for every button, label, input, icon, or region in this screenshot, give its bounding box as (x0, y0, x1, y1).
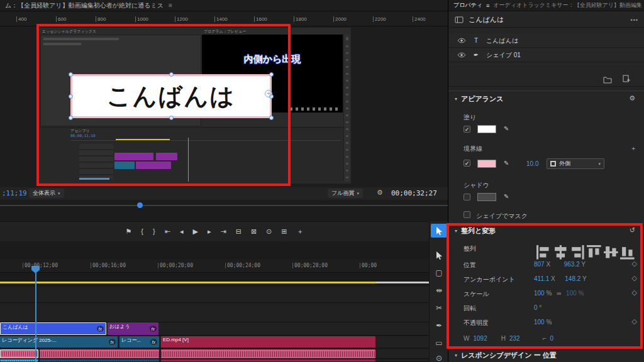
track-a2[interactable] (0, 349, 429, 359)
stroke-width-value[interactable]: 10.0 (526, 160, 538, 167)
tab-audio-track-mixer[interactable]: オーディオトラックミキサー：【全員経験アリ】動画編集 (493, 1, 642, 9)
step-back-button[interactable]: ◂ (180, 228, 184, 235)
lift-button[interactable]: ⊟ (236, 228, 242, 235)
height-value[interactable]: 232 (509, 335, 520, 342)
layer-row-shape[interactable]: ✒ シェイプ 01 (448, 48, 644, 62)
position-x-value[interactable]: 807 (534, 261, 545, 268)
stroke-checkbox[interactable]: ✓ (464, 160, 470, 167)
track-v1[interactable]: こんばんは fx おはよう fx (0, 322, 429, 336)
go-to-out-button[interactable]: ⇥ (220, 228, 226, 235)
align-bottom-icon[interactable] (619, 244, 636, 261)
zoom-level-select[interactable]: 全体表示 ▾ (29, 189, 64, 198)
align-right-icon[interactable] (569, 244, 586, 261)
monitor-scrollbar-track[interactable] (0, 205, 448, 206)
tab-properties[interactable]: プロパティ (453, 1, 482, 9)
export-frame-button[interactable]: ⊙ (266, 228, 272, 235)
timeline-clip-recording2[interactable]: レコー... fx (119, 336, 159, 348)
anchor-x-value[interactable]: 411.1 (534, 275, 549, 282)
more-options-icon[interactable]: ••• (631, 17, 638, 23)
go-to-in-button[interactable]: ⇤ (165, 228, 170, 235)
playback-quality-select[interactable]: フル画質 ▾ (328, 189, 363, 198)
timeline-clip-konbanwa[interactable]: こんばんは fx (0, 322, 106, 335)
align-vertical-center-icon[interactable] (602, 244, 619, 261)
align-top-icon[interactable] (586, 244, 602, 261)
program-monitor-textbox[interactable]: こんばんは + (70, 74, 272, 118)
position-y-value[interactable]: 963.2 (564, 261, 580, 268)
marquee-tool[interactable]: ▢ (431, 265, 447, 280)
keyframe-toggle-icon[interactable]: ◇ (632, 289, 637, 296)
eye-icon[interactable] (457, 38, 466, 43)
track-a3[interactable] (0, 359, 429, 362)
add-marker-button[interactable]: ⚑ (125, 228, 131, 235)
anchor-y-value[interactable]: 148.2 (565, 275, 580, 282)
rectangle-tool[interactable]: ▭ (431, 336, 447, 351)
pen-tool[interactable]: ✒ (431, 318, 447, 333)
stroke-style-select[interactable]: 外側 ▾ (547, 158, 604, 169)
track-v2[interactable] (0, 303, 429, 322)
selection-handle[interactable] (269, 72, 274, 77)
audio-clip-partial[interactable] (0, 359, 38, 361)
fill-eyedropper-icon[interactable]: ✎ (504, 126, 509, 132)
selection-handle[interactable] (69, 94, 73, 99)
selection-tool[interactable] (431, 224, 447, 238)
shadow-eyedropper-icon[interactable]: ✎ (504, 194, 509, 200)
audio-clip-partial[interactable] (161, 359, 375, 361)
timeline-clip-ohayou[interactable]: おはよう fx (108, 322, 158, 335)
appearance-section-header[interactable]: ▾ アピアランス (455, 94, 504, 104)
link-icon[interactable]: ∞ (557, 290, 561, 297)
fill-checkbox[interactable]: ✓ (464, 126, 470, 133)
audio-clip[interactable] (40, 349, 159, 358)
folder-icon[interactable] (603, 75, 612, 84)
stroke-color-swatch[interactable] (477, 160, 496, 168)
add-stroke-icon[interactable]: ＋ (630, 145, 636, 151)
track-select-forward-tool[interactable] (431, 248, 447, 263)
selection-handle[interactable] (69, 72, 73, 77)
scale-y-value[interactable]: 100 (566, 290, 577, 297)
monitor-settings-wrench-icon[interactable]: ⚙ (377, 189, 383, 196)
track-v3[interactable] (0, 287, 429, 303)
opacity-value[interactable]: 100 (534, 319, 545, 326)
button-editor-button[interactable]: ＋ (297, 228, 304, 235)
corner-radius-value[interactable]: 0 (550, 335, 553, 342)
comparison-view-button[interactable]: ⊞ (281, 228, 287, 235)
playhead-line[interactable] (35, 273, 36, 362)
keyframe-toggle-icon[interactable]: ◇ (632, 275, 637, 282)
eye-icon[interactable] (457, 52, 466, 58)
step-forward-button[interactable]: ▸ (208, 228, 211, 235)
rotation-value[interactable]: 0 (534, 304, 538, 311)
play-button[interactable]: ▶ (192, 228, 197, 235)
audio-clip-selected[interactable] (0, 349, 38, 358)
shadow-color-swatch[interactable] (477, 193, 496, 201)
keyframe-toggle-icon[interactable]: ◇ (632, 260, 637, 267)
mask-checkbox[interactable] (464, 211, 470, 218)
align-horizontal-center-icon[interactable] (552, 244, 569, 261)
audio-clip[interactable] (161, 349, 375, 358)
stroke-eyedropper-icon[interactable]: ✎ (504, 160, 509, 167)
panel-menu-icon[interactable]: ≡ (486, 3, 489, 9)
scale-x-value[interactable]: 100 (534, 290, 545, 297)
selection-handle[interactable] (169, 72, 174, 77)
audio-clip-partial[interactable] (40, 359, 159, 361)
mark-out-button[interactable]: } (153, 228, 155, 235)
responsive-section-header[interactable]: ▾ レスポンシブデザイン ー 位置 (455, 351, 557, 360)
current-timecode[interactable]: ;11;19 (2, 189, 27, 197)
ripple-edit-tool[interactable]: ⇹ (431, 283, 447, 298)
fill-color-swatch[interactable] (477, 125, 496, 133)
width-value[interactable]: 1092 (473, 335, 487, 342)
timeline-ruler[interactable]: 00;00;12;00 00;00;16;00 00;00;20;00 00;0… (0, 259, 429, 273)
fx-badge[interactable]: fx (150, 326, 157, 332)
timeline-clip-ed-mp4[interactable]: ED.mp4 [V] (161, 336, 375, 348)
layer-row-text[interactable]: T こんばんは (448, 34, 644, 48)
align-left-icon[interactable] (535, 244, 552, 261)
hand-tool[interactable]: ⊙ (431, 351, 447, 362)
transform-section-header[interactable]: ▾ 整列と変形 (455, 226, 496, 236)
extract-button[interactable]: ⊠ (251, 228, 257, 235)
keyframe-toggle-icon[interactable]: ◇ (632, 318, 637, 325)
mark-in-button[interactable]: { (141, 228, 143, 235)
shadow-checkbox[interactable] (464, 194, 470, 200)
selection-handle[interactable] (69, 116, 73, 120)
new-item-icon[interactable] (622, 74, 631, 83)
track-a1[interactable]: レコーディング 2025-... fx レコー... fx ED.mp4 [V] (0, 336, 429, 348)
timeline-clip-recording1[interactable]: レコーディング 2025-... fx (0, 336, 118, 348)
monitor-scrollbar-handle[interactable] (137, 202, 143, 208)
